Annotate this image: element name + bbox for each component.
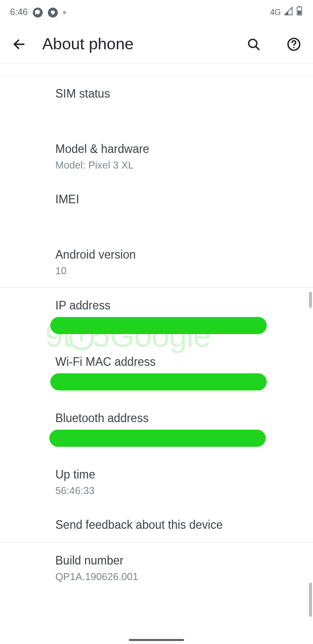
network-type: 4G (270, 8, 281, 17)
redacted-value (55, 210, 176, 227)
item-model-hardware[interactable]: Model & hardware Model: Pixel 3 XL (0, 131, 313, 182)
item-subtitle: 56:46:33 (55, 484, 313, 497)
health-icon (48, 8, 58, 18)
item-sim-status[interactable]: SIM status (0, 76, 313, 131)
item-title: Up time (55, 467, 313, 482)
more-notifications-dot (63, 11, 66, 14)
item-wifi-mac[interactable]: Wi-Fi MAC address (0, 344, 313, 400)
redacted-value (55, 104, 166, 121)
item-subtitle: Model: Pixel 3 XL (55, 158, 313, 172)
svg-rect-2 (298, 11, 301, 15)
item-title: Bluetooth address (55, 411, 313, 426)
item-title: Model & hardware (55, 141, 313, 156)
item-title: Wi-Fi MAC address (55, 354, 313, 369)
svg-point-7 (293, 47, 295, 48)
home-indicator[interactable] (129, 639, 184, 641)
status-bar: 6:46 4G (0, 0, 313, 23)
item-title: IP address (55, 298, 313, 313)
battery-icon (296, 6, 303, 19)
item-title: Send feedback about this device (55, 517, 313, 532)
redacted-value (49, 430, 266, 447)
item-subtitle: 10 (55, 264, 313, 277)
redacted-value (50, 373, 267, 390)
item-send-feedback[interactable]: Send feedback about this device (0, 507, 313, 542)
svg-rect-1 (298, 6, 300, 7)
scrollbar-thumb[interactable] (309, 583, 312, 617)
item-uptime[interactable]: Up time 56:46:33 (0, 457, 313, 507)
status-time: 6:46 (10, 7, 28, 18)
item-title: SIM status (55, 86, 313, 101)
redacted-value (50, 317, 267, 334)
back-button[interactable] (12, 37, 26, 51)
signal-icon (284, 7, 293, 18)
item-ip-address[interactable]: IP address (0, 288, 313, 344)
item-title: IMEI (55, 192, 313, 207)
item-imei[interactable]: IMEI (0, 182, 313, 237)
item-bluetooth-address[interactable]: Bluetooth address (0, 400, 313, 457)
item-android-version[interactable]: Android version 10 (0, 237, 313, 287)
app-bar: About phone (0, 23, 313, 63)
item-build-number[interactable]: Build number QP1A.190626.001 (0, 543, 313, 593)
item-subtitle: QP1A.190626.001 (55, 570, 313, 583)
item-title: Android version (55, 247, 313, 262)
item-title: Build number (55, 553, 313, 568)
svg-line-5 (256, 46, 259, 49)
messenger-icon (33, 8, 43, 18)
page-title: About phone (42, 35, 230, 53)
help-button[interactable] (287, 37, 301, 51)
search-button[interactable] (247, 37, 261, 51)
